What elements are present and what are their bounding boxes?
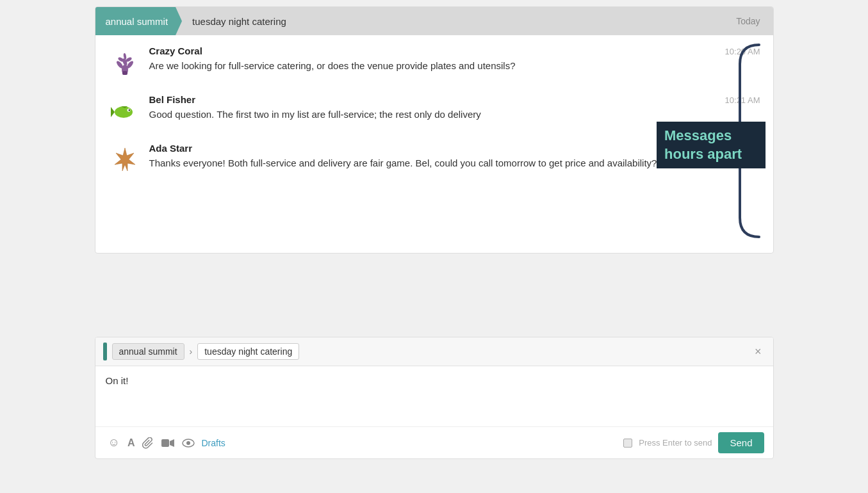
press-enter-area: Press Enter to send Send [623, 432, 764, 453]
view-button[interactable] [178, 436, 199, 450]
text-format-icon: A [127, 437, 135, 449]
video-icon [161, 439, 174, 448]
send-button[interactable]: Send [718, 432, 764, 453]
svg-marker-9 [111, 107, 115, 117]
svg-point-17 [186, 441, 190, 445]
svg-rect-7 [122, 71, 127, 75]
sender-name: Bel Fisher [149, 94, 196, 105]
svg-point-11 [128, 109, 129, 111]
video-button[interactable] [158, 436, 178, 450]
annotation-label: Messages hours apart [657, 122, 766, 168]
compose-textarea[interactable]: On it! [95, 366, 773, 424]
message-body: Bel Fisher 10:21 AM Good question. The f… [149, 94, 760, 122]
chat-date: Today [736, 16, 773, 26]
avatar-bel-fisher [108, 94, 142, 127]
compose-accent [103, 343, 107, 360]
chat-header: annual summit tuesday night catering Tod… [95, 7, 773, 35]
svg-point-8 [115, 106, 133, 118]
svg-rect-14 [161, 439, 169, 447]
compose-header: annual summit › tuesday night catering × [95, 337, 773, 366]
text-format-button[interactable]: A [124, 435, 139, 451]
bracket-annotation: Messages hours apart [727, 38, 766, 246]
avatar-crazy-coral [108, 45, 142, 79]
message-header: Bel Fisher 10:21 AM [149, 94, 760, 105]
press-enter-checkbox[interactable] [623, 439, 632, 448]
emoji-button[interactable]: ☺ [104, 433, 124, 452]
avatar-ada-starr [108, 143, 142, 176]
compose-child-tag[interactable]: tuesday night catering [197, 343, 299, 360]
svg-marker-13 [115, 148, 135, 171]
compose-arrow-icon: › [190, 346, 193, 357]
message-header: Crazy Coral 10:20 AM [149, 45, 760, 56]
sender-name: Ada Starr [149, 143, 193, 154]
drafts-button[interactable]: Drafts [201, 438, 225, 448]
attach-button[interactable] [138, 435, 158, 451]
message-body: Crazy Coral 10:20 AM Are we looking for … [149, 45, 760, 74]
message-text: Good question. The first two in my list … [149, 108, 760, 122]
compose-footer: ☺ A Drafts [95, 426, 773, 458]
attach-icon [142, 437, 154, 449]
table-row: Crazy Coral 10:20 AM Are we looking for … [108, 45, 760, 79]
emoji-icon: ☺ [108, 436, 120, 449]
message-text: Are we looking for full-service catering… [149, 59, 760, 74]
compose-parent-tag[interactable]: annual summit [112, 343, 184, 360]
press-enter-label: Press Enter to send [639, 438, 712, 448]
parent-channel-label: annual summit [106, 16, 168, 27]
main-container: annual summit tuesday night catering Tod… [95, 0, 774, 459]
breadcrumb-child[interactable]: tuesday night catering [182, 10, 736, 33]
compose-panel: annual summit › tuesday night catering ×… [95, 337, 774, 459]
view-icon [182, 439, 195, 448]
compose-close-button[interactable]: × [751, 345, 766, 359]
child-channel-label: tuesday night catering [192, 16, 286, 27]
svg-marker-15 [170, 439, 174, 447]
breadcrumb-parent[interactable]: annual summit [95, 7, 183, 35]
sender-name: Crazy Coral [149, 45, 202, 56]
